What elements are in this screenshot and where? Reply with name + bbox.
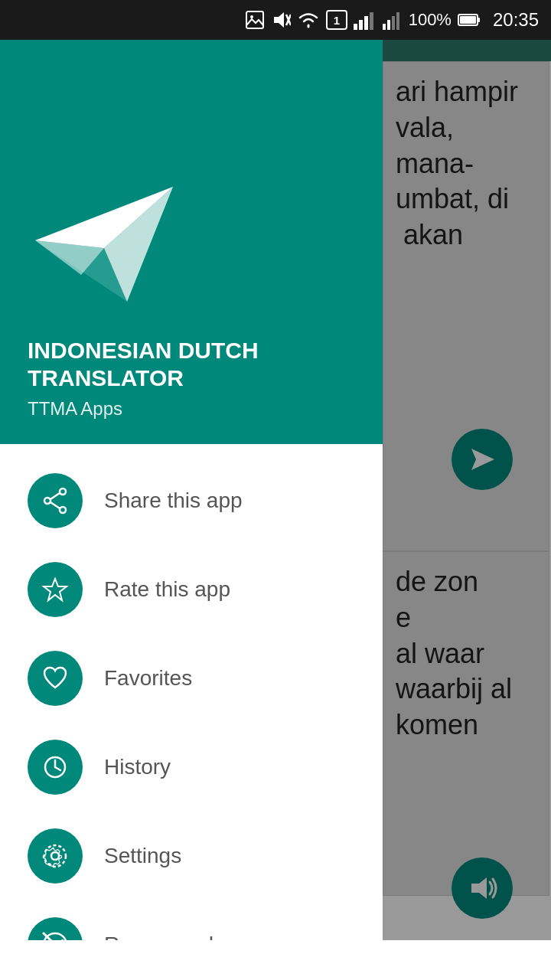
drawer-header: INDONESIAN DUTCHTRANSLATOR TTMA Apps: [0, 0, 383, 444]
notification-badge: 1: [326, 10, 347, 30]
rate-icon-circle: [28, 562, 83, 617]
svg-rect-10: [370, 12, 373, 30]
rate-label: Rate this app: [104, 577, 230, 602]
heart-icon: [41, 665, 69, 692]
signal2-icon: [383, 10, 403, 30]
no-ads-icon: Ads: [41, 931, 69, 940]
signal-icon: [354, 10, 377, 30]
status-icons: 1 100% 20:35: [245, 9, 539, 31]
svg-line-28: [51, 502, 60, 508]
svg-marker-2: [274, 12, 284, 28]
svg-point-1: [250, 15, 253, 18]
mute-icon: [271, 10, 291, 30]
app-logo: [28, 156, 181, 325]
time-display: 20:35: [493, 9, 539, 31]
star-icon: [41, 576, 69, 603]
favorites-label: Favorites: [104, 666, 192, 691]
status-bar: 1 100% 20:35: [0, 0, 551, 40]
share-icon: [41, 487, 69, 514]
settings-label: Settings: [104, 844, 181, 868]
gear-icon: [41, 842, 69, 870]
menu-item-share[interactable]: Share this app: [0, 456, 383, 545]
svg-point-24: [60, 488, 66, 495]
image-icon: [245, 10, 265, 30]
svg-line-27: [51, 493, 60, 499]
svg-rect-0: [246, 11, 263, 28]
history-icon-circle: [28, 740, 83, 795]
developer-name: TTMA Apps: [28, 398, 355, 420]
svg-line-32: [55, 767, 60, 770]
svg-rect-13: [392, 16, 395, 30]
menu-item-settings[interactable]: Settings: [0, 812, 383, 900]
drawer-menu: Share this app Rate this app Favorites: [0, 444, 383, 940]
svg-rect-7: [354, 24, 357, 30]
menu-item-rate[interactable]: Rate this app: [0, 545, 383, 634]
share-label: Share this app: [104, 488, 243, 513]
menu-item-history[interactable]: History: [0, 723, 383, 812]
history-label: History: [104, 755, 171, 779]
svg-rect-11: [383, 24, 386, 30]
app-title: INDONESIAN DUTCHTRANSLATOR: [28, 337, 355, 392]
svg-point-26: [60, 507, 66, 513]
svg-point-33: [51, 852, 59, 860]
remove-ads-icon-circle: Ads: [28, 917, 83, 940]
share-icon-circle: [28, 473, 83, 528]
svg-point-25: [44, 498, 51, 504]
svg-marker-29: [44, 579, 67, 600]
svg-rect-16: [478, 18, 480, 22]
battery-text: 100%: [409, 10, 452, 30]
svg-text:1: 1: [333, 14, 339, 27]
clock-icon: [41, 753, 69, 781]
svg-rect-8: [359, 20, 363, 30]
battery-icon: [458, 12, 481, 28]
svg-rect-12: [387, 20, 390, 30]
svg-rect-14: [396, 12, 399, 30]
favorites-icon-circle: [28, 651, 83, 706]
wifi-icon: [297, 10, 320, 30]
remove-ads-label: Remove ads: [104, 933, 224, 940]
navigation-drawer: INDONESIAN DUTCHTRANSLATOR TTMA Apps Sha…: [0, 0, 383, 940]
menu-item-favorites[interactable]: Favorites: [0, 634, 383, 723]
menu-item-remove-ads[interactable]: Ads Remove ads: [0, 900, 383, 940]
svg-rect-17: [460, 16, 476, 24]
settings-icon-circle: [28, 828, 83, 884]
svg-rect-9: [364, 16, 368, 30]
